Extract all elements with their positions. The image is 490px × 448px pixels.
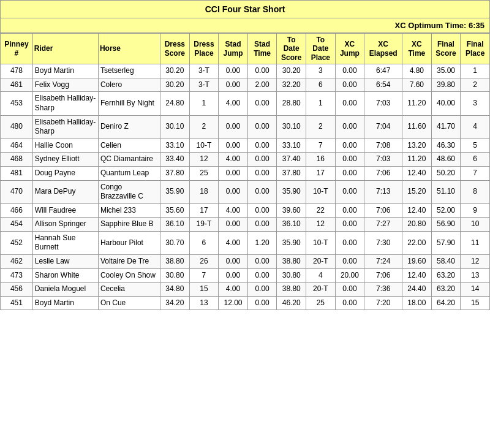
table-row: 461Felix VoggColero30.203-T0.002.0032.20… xyxy=(1,78,490,92)
cell-rider: Boyd Martin xyxy=(32,64,98,78)
cell-xc_jump: 0.00 xyxy=(335,283,364,297)
cell-pinney: 451 xyxy=(1,296,33,310)
cell-to_date_place: 25 xyxy=(306,296,336,310)
cell-final_place: 2 xyxy=(461,78,490,92)
table-row: 470Mara DePuyCongo Brazzaville C35.90180… xyxy=(1,180,490,203)
cell-to_date_place: 1 xyxy=(306,92,336,115)
table-row: 462Leslie LawVoltaire De Tre38.80260.000… xyxy=(1,255,490,269)
cell-stad_time: 0.00 xyxy=(247,296,277,310)
header-xc-time: XC Time xyxy=(402,34,432,64)
cell-to_date_place: 2 xyxy=(306,115,336,139)
cell-xc_elapsed: 7:06 xyxy=(364,203,402,218)
cell-final_place: 13 xyxy=(461,268,490,283)
cell-xc_jump: 0.00 xyxy=(335,231,364,254)
cell-dress_place: 25 xyxy=(189,166,219,180)
table-row: 454Allison SpringerSapphire Blue B36.101… xyxy=(1,218,490,232)
table-row: 473Sharon WhiteCooley On Show30.8070.000… xyxy=(1,268,490,283)
cell-to_date_score: 28.80 xyxy=(277,92,306,115)
cell-dress_place: 26 xyxy=(189,255,219,269)
cell-horse: Michel 233 xyxy=(98,203,160,218)
cell-stad_jump: 0.00 xyxy=(219,115,248,139)
cell-final_place: 12 xyxy=(461,255,490,269)
cell-to_date_score: 33.10 xyxy=(277,139,306,153)
cell-stad_jump: 0.00 xyxy=(219,139,248,153)
cell-xc_jump: 0.00 xyxy=(335,64,364,78)
cell-xc_time: 20.80 xyxy=(402,218,432,232)
cell-stad_jump: 0.00 xyxy=(219,166,248,180)
cell-to_date_place: 4 xyxy=(306,268,336,283)
header-to-date-score: To Date Score xyxy=(277,34,306,64)
cell-to_date_score: 46.20 xyxy=(277,296,306,310)
cell-xc_elapsed: 7:08 xyxy=(364,139,402,153)
cell-rider: Mara DePuy xyxy=(32,180,98,203)
cell-xc_jump: 0.00 xyxy=(335,296,364,310)
cell-final_score: 63.20 xyxy=(431,268,461,283)
cell-horse: Cooley On Show xyxy=(98,268,160,283)
cell-horse: Tsetserleg xyxy=(98,64,160,78)
cell-final_score: 57.90 xyxy=(431,231,461,254)
cell-to_date_place: 22 xyxy=(306,203,336,218)
cell-final_place: 9 xyxy=(461,203,490,218)
cell-pinney: 466 xyxy=(1,203,33,218)
cell-stad_time: 0.00 xyxy=(247,218,277,232)
cell-final_score: 40.00 xyxy=(431,92,461,115)
table-row: 481Doug PayneQuantum Leap37.80250.000.00… xyxy=(1,166,490,180)
cell-xc_jump: 0.00 xyxy=(335,255,364,269)
cell-xc_time: 13.20 xyxy=(402,139,432,153)
cell-pinney: 453 xyxy=(1,92,33,115)
cell-stad_time: 0.00 xyxy=(247,139,277,153)
cell-horse: Voltaire De Tre xyxy=(98,255,160,269)
cell-stad_time: 0.00 xyxy=(247,64,277,78)
cell-pinney: 456 xyxy=(1,283,33,297)
table-row: 451Boyd MartinOn Cue34.201312.000.0046.2… xyxy=(1,296,490,310)
cell-horse: Harbour Pilot xyxy=(98,231,160,254)
cell-dress_place: 2 xyxy=(189,115,219,139)
cell-final_place: 4 xyxy=(461,115,490,139)
cell-stad_time: 0.00 xyxy=(247,166,277,180)
cell-rider: Felix Vogg xyxy=(32,78,98,92)
page-title: CCI Four Star Short xyxy=(0,0,490,18)
cell-to_date_place: 20-T xyxy=(306,255,336,269)
cell-dress_place: 1 xyxy=(189,92,219,115)
cell-final_score: 48.60 xyxy=(431,153,461,167)
cell-xc_time: 18.00 xyxy=(402,296,432,310)
cell-final_place: 15 xyxy=(461,296,490,310)
cell-to_date_place: 6 xyxy=(306,78,336,92)
cell-xc_time: 12.40 xyxy=(402,166,432,180)
cell-stad_jump: 0.00 xyxy=(219,64,248,78)
cell-dress_score: 34.20 xyxy=(160,296,190,310)
cell-dress_place: 6 xyxy=(189,231,219,254)
cell-horse: Celien xyxy=(98,139,160,153)
cell-rider: Leslie Law xyxy=(32,255,98,269)
cell-xc_time: 19.60 xyxy=(402,255,432,269)
cell-xc_time: 12.40 xyxy=(402,268,432,283)
cell-dress_score: 33.10 xyxy=(160,139,190,153)
cell-to_date_place: 3 xyxy=(306,64,336,78)
cell-stad_jump: 4.00 xyxy=(219,153,248,167)
cell-dress_score: 37.80 xyxy=(160,166,190,180)
table-row: 456Daniela MoguelCecelia34.80154.000.003… xyxy=(1,283,490,297)
cell-xc_jump: 0.00 xyxy=(335,180,364,203)
cell-stad_jump: 0.00 xyxy=(219,78,248,92)
cell-final_place: 10 xyxy=(461,218,490,232)
cell-pinney: 470 xyxy=(1,180,33,203)
cell-xc_jump: 0.00 xyxy=(335,92,364,115)
cell-rider: Doug Payne xyxy=(32,166,98,180)
cell-to_date_place: 7 xyxy=(306,139,336,153)
cell-xc_time: 7.60 xyxy=(402,78,432,92)
cell-to_date_place: 10-T xyxy=(306,180,336,203)
table-row: 453Elisabeth Halliday-SharpFernhill By N… xyxy=(1,92,490,115)
cell-to_date_score: 36.10 xyxy=(277,218,306,232)
cell-pinney: 462 xyxy=(1,255,33,269)
cell-to_date_score: 30.80 xyxy=(277,268,306,283)
cell-to_date_score: 39.60 xyxy=(277,203,306,218)
cell-final_place: 1 xyxy=(461,64,490,78)
cell-to_date_place: 17 xyxy=(306,166,336,180)
cell-xc_jump: 0.00 xyxy=(335,218,364,232)
cell-dress_score: 30.20 xyxy=(160,78,190,92)
cell-final_score: 64.20 xyxy=(431,296,461,310)
cell-xc_elapsed: 6:54 xyxy=(364,78,402,92)
header-final-place: Final Place xyxy=(461,34,490,64)
header-horse: Horse xyxy=(98,34,160,64)
cell-stad_jump: 4.00 xyxy=(219,231,248,254)
